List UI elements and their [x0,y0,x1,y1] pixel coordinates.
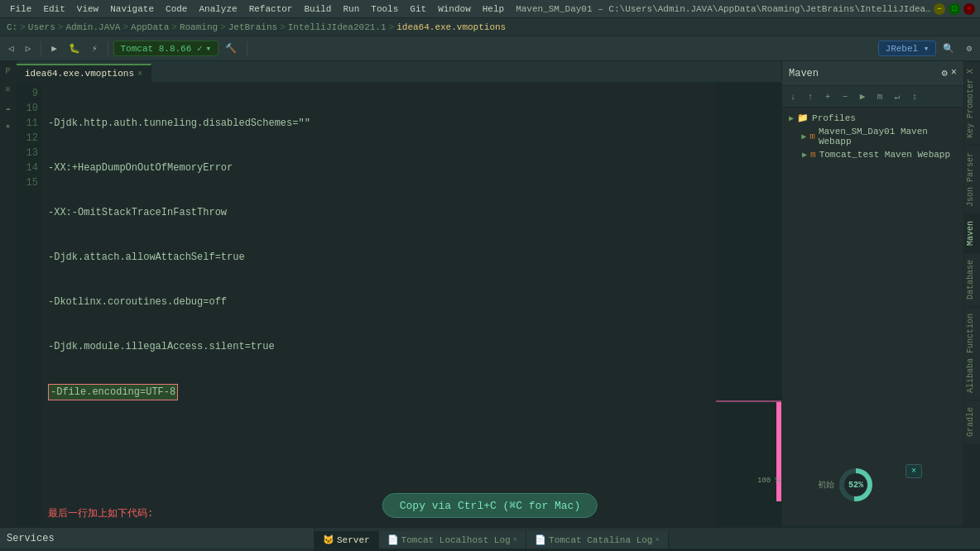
menu-edit[interactable]: Edit [38,2,70,16]
toolbar: ◁ ▷ ▶ 🐛 ⚡ Tomcat 8.8.66 ✓ ▾ 🔨 JRebel ▾ 🔍… [0,36,980,61]
maven-btn-add[interactable]: + [820,89,835,104]
maven-project-2[interactable]: ▶ m Tomcat_test Maven Webapp [782,148,963,161]
catalina-tab-icon: 📄 [535,534,546,545]
menu-git[interactable]: Git [405,2,431,16]
toolbar-search[interactable]: 🔍 [938,41,959,55]
maven-toolbar: ↓ ↑ + − ▶ m ↵ ↕ [782,86,963,108]
menu-code[interactable]: Code [161,2,192,16]
catalina-tab-label: Tomcat Catalina Log [549,535,652,545]
localhost-tab-label: Tomcat Localhost Log [401,535,511,545]
maven-header-icons: ⚙ × [942,67,957,79]
minimap-scroll-bar[interactable] [776,402,781,501]
jrebel-button[interactable]: JRebel ▾ [878,41,937,56]
editor-tab-vmoptions[interactable]: idea64.exe.vmoptions × [17,64,151,82]
toolbar-run[interactable]: ▶ [46,41,62,55]
sidebar-favorites-icon[interactable]: ★ [2,119,15,132]
maven-settings-icon[interactable]: ⚙ [942,67,948,79]
menu-build[interactable]: Build [299,2,336,16]
maven-btn-m[interactable]: m [872,89,887,104]
toolbar-debug[interactable]: 🐛 [64,41,85,55]
editor-tabs: idea64.exe.vmoptions × [17,61,781,83]
tab-key-promoter[interactable]: Key Promoter X [964,61,980,145]
code-line-14: -Djdk.module.illegalAccess.silent=true [48,339,709,354]
maven-btn-enter[interactable]: ↵ [890,89,905,104]
code-line-15: -Dfile.encoding=UTF-8 [48,384,709,400]
menu-bar: File Edit View Navigate Code Analyze Ref… [5,2,509,16]
maven-btn-run[interactable]: ▶ [855,89,870,104]
maximize-button[interactable]: □ [949,3,960,15]
menu-navigate[interactable]: Navigate [105,2,159,16]
menu-file[interactable]: File [5,2,36,16]
services-header: Services [0,528,314,549]
menu-window[interactable]: Window [433,2,476,16]
minimize-button[interactable]: − [934,3,945,15]
toolbar-forward[interactable]: ▷ [21,41,36,55]
code-line-12: -Djdk.attach.allowAttachSelf=true [48,250,709,265]
progress-label: 52% [848,481,863,490]
server-tab-label: Server [337,535,370,545]
annotation: 最后一行加上如下代码: -Dfile.encoding=UTF-8 [48,477,709,526]
menu-tools[interactable]: Tools [366,2,403,16]
menu-run[interactable]: Run [338,2,364,16]
tab-alibaba[interactable]: Alibaba Function [964,306,980,400]
annotation-title: 最后一行加上如下代码: [48,506,709,521]
code-line-13: -Dkotlinx.coroutines.debug=off [48,295,709,309]
tab-close-icon[interactable]: × [137,69,142,79]
tab-label: idea64.exe.vmoptions [25,69,134,79]
maven-btn-1[interactable]: ↓ [785,89,800,104]
menu-refactor[interactable]: Refactor [244,2,298,16]
project1-expand-icon: ▶ [801,132,806,141]
copy-tooltip-text: Copy via Ctrl+C (⌘C for Mac) [400,500,580,512]
sidebar-project-icon[interactable]: P [2,65,15,78]
minimap: 100 % [715,83,781,526]
code-content[interactable]: -Djdk.http.auth.tunneling.disabledScheme… [41,83,715,526]
maven-btn-remove[interactable]: − [838,89,853,104]
services-panel: Services ↺ ≡ ⊟ 🔖 + Tomcat Server ▶ Runni… [0,528,315,551]
maven-close-icon[interactable]: × [951,67,957,79]
toolbar-back[interactable]: ◁ [3,41,19,55]
toolbar-separator [41,41,41,56]
console-tab-localhost[interactable]: 📄 Tomcat Localhost Log × [379,531,526,549]
sidebar-cloud-icon[interactable]: ☁ [2,101,15,114]
tab-maven[interactable]: Maven [964,213,980,252]
profiles-expand-icon: ▶ [789,113,794,123]
menu-analyze[interactable]: Analyze [194,2,242,16]
maven-profiles-item[interactable]: ▶ 📁 Profiles [782,111,963,125]
toolbar-build[interactable]: 🔨 [220,41,242,55]
project1-name: Maven_SM_Day01 Maven Webapp [819,127,957,146]
maven-title: Maven [789,68,819,79]
console-panel: 🐱 Server 📄 Tomcat Localhost Log × 📄 Tomc… [315,528,980,551]
toolbar-settings[interactable]: ⚙ [961,41,977,55]
menu-help[interactable]: Help [478,2,509,16]
progress-area: 初始 52% × [818,468,872,501]
console-tab-catalina[interactable]: 📄 Tomcat Catalina Log × [526,531,669,549]
left-sidebar: P ≡ ☁ ★ [0,61,17,526]
code-line-10: -XX:+HeapDumpOnOutOfMemoryError [48,161,709,175]
tomcat-selector[interactable]: Tomcat 8.8.66 ✓ ▾ [113,41,219,56]
menu-view[interactable]: View [72,2,103,16]
tab-database[interactable]: Database [964,252,980,306]
close-button[interactable]: × [963,3,975,15]
console-tab-server[interactable]: 🐱 Server [315,531,379,549]
catalina-tab-close[interactable]: × [655,536,659,544]
tab-json-parser[interactable]: Json Parser [964,145,980,213]
tab-gradle[interactable]: Gradle [964,400,980,443]
progress-text: 初始 [818,479,834,491]
close-progress-btn[interactable]: × [906,464,922,478]
far-right-sidebar: Key Promoter X Json Parser Maven Databas… [963,61,980,526]
tomcat-version-label: Tomcat 8.8.66 ✓ [121,43,203,54]
toolbar-profile[interactable]: ⚡ [87,41,103,55]
window-title: Maven_SM_Day01 – C:\Users\Admin.JAVA\App… [516,4,934,14]
project2-expand-icon: ▶ [802,150,807,160]
maven-project-1[interactable]: ▶ m Maven_SM_Day01 Maven Webapp [782,125,963,148]
toolbar-separator3 [247,41,247,56]
editor-area: idea64.exe.vmoptions × 9 10 11 12 13 14 … [17,61,781,526]
breadcrumb: C:> Users> Admin.JAVA> AppData> Roaming>… [0,18,980,36]
localhost-tab-close[interactable]: × [513,536,517,544]
maven-btn-swap[interactable]: ↕ [907,89,922,104]
maven-btn-2[interactable]: ↑ [803,89,818,104]
code-editor: 9 10 11 12 13 14 15 -Djdk.http.auth.tunn… [17,83,781,526]
sidebar-structure-icon[interactable]: ≡ [2,83,15,96]
maven-tree: ▶ 📁 Profiles ▶ m Maven_SM_Day01 Maven We… [782,108,963,526]
bottom-area: Services ↺ ≡ ⊟ 🔖 + Tomcat Server ▶ Runni… [0,526,980,551]
